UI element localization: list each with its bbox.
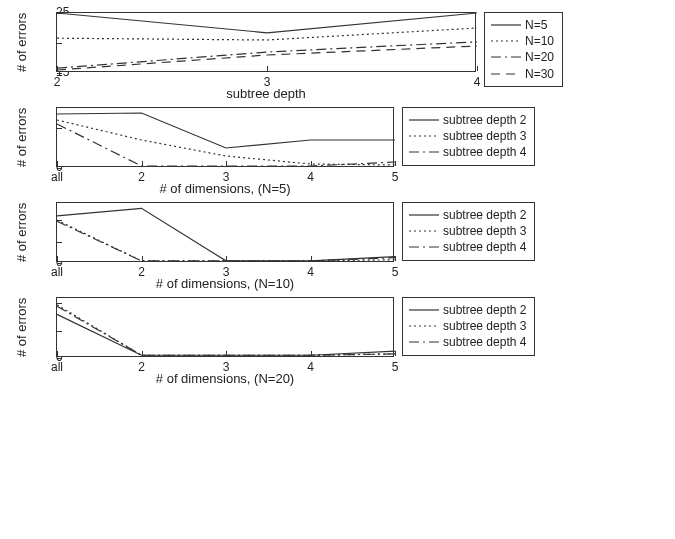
- y-tick-mark: [57, 331, 62, 332]
- legend-swatch: [409, 320, 439, 332]
- y-ticks: 01020: [30, 297, 56, 357]
- legend-swatch: [491, 68, 521, 80]
- legend-item: N=20: [491, 49, 554, 65]
- series-line: [57, 120, 395, 165]
- legend-item: subtree depth 2: [409, 302, 526, 318]
- x-tick-label: 3: [223, 261, 230, 279]
- legend-item: subtree depth 3: [409, 223, 526, 239]
- y-tick-mark: [57, 220, 62, 221]
- y-axis-label: # of errors: [12, 202, 30, 262]
- x-tick-label: 5: [392, 166, 399, 184]
- legend-swatch: [409, 130, 439, 142]
- x-tick-mark: [267, 66, 268, 71]
- legend-item: subtree depth 4: [409, 239, 526, 255]
- series-line: [57, 306, 395, 355]
- legend-swatch: [409, 209, 439, 221]
- legend-item: N=5: [491, 17, 554, 33]
- y-tick-mark: [57, 128, 62, 129]
- legend-label: subtree depth 4: [443, 144, 526, 160]
- legend: N=5N=10N=20N=30: [484, 12, 563, 87]
- legend-item: N=30: [491, 66, 554, 82]
- x-tick-mark: [142, 256, 143, 261]
- legend-swatch: [491, 51, 521, 63]
- x-tick-label: 4: [307, 356, 314, 374]
- series-line: [57, 13, 477, 33]
- series-line: [57, 28, 477, 40]
- x-tick-mark: [57, 351, 58, 356]
- y-ticks: 152025: [30, 12, 56, 72]
- plot-svg: [57, 108, 395, 168]
- plot-svg: [57, 203, 395, 263]
- legend-swatch: [491, 19, 521, 31]
- y-tick-mark: [57, 303, 62, 304]
- x-tick-mark: [226, 351, 227, 356]
- plot-area: all2345: [56, 297, 394, 357]
- legend-label: subtree depth 2: [443, 112, 526, 128]
- x-tick-label: 2: [138, 166, 145, 184]
- plot-area: all2345: [56, 107, 394, 167]
- x-tick-mark: [311, 256, 312, 261]
- legend-swatch: [409, 304, 439, 316]
- series-line: [57, 314, 395, 355]
- x-tick-mark: [142, 351, 143, 356]
- x-tick-label: 5: [392, 261, 399, 279]
- legend: subtree depth 2subtree depth 3subtree de…: [402, 202, 535, 261]
- x-tick-label: 4: [307, 166, 314, 184]
- x-tick-label: 3: [223, 356, 230, 374]
- x-tick-label: 5: [392, 356, 399, 374]
- x-tick-mark: [395, 351, 396, 356]
- plot-area: 234: [56, 12, 476, 72]
- legend-label: subtree depth 3: [443, 318, 526, 334]
- series-line: [57, 124, 395, 166]
- legend-label: subtree depth 2: [443, 207, 526, 223]
- legend-swatch: [409, 225, 439, 237]
- x-tick-mark: [57, 256, 58, 261]
- y-tick-mark: [57, 43, 62, 44]
- series-line: [57, 220, 395, 261]
- chart-panel: # of errors01020all2345# of dimensions, …: [12, 202, 663, 291]
- x-tick-label: 2: [54, 71, 61, 89]
- x-tick-label: all: [51, 166, 63, 184]
- x-tick-label: 4: [307, 261, 314, 279]
- y-tick-mark: [57, 13, 62, 14]
- plot-area: all2345: [56, 202, 394, 262]
- x-tick-label: all: [51, 356, 63, 374]
- legend-item: N=10: [491, 33, 554, 49]
- legend-label: subtree depth 3: [443, 128, 526, 144]
- x-tick-label: 2: [138, 261, 145, 279]
- legend-swatch: [409, 241, 439, 253]
- legend-label: N=5: [525, 17, 547, 33]
- x-tick-mark: [226, 256, 227, 261]
- x-tick-mark: [57, 161, 58, 166]
- y-axis-label: # of errors: [12, 12, 30, 72]
- legend-item: subtree depth 2: [409, 207, 526, 223]
- legend-swatch: [409, 336, 439, 348]
- legend-item: subtree depth 2: [409, 112, 526, 128]
- legend-item: subtree depth 4: [409, 334, 526, 350]
- y-tick-mark: [57, 242, 62, 243]
- series-line: [57, 221, 395, 261]
- x-tick-label: 4: [474, 71, 481, 89]
- legend-swatch: [491, 35, 521, 47]
- plot-svg: [57, 298, 395, 358]
- series-line: [57, 113, 395, 148]
- legend-label: N=30: [525, 66, 554, 82]
- legend-item: subtree depth 4: [409, 144, 526, 160]
- series-line: [57, 305, 395, 355]
- legend-item: subtree depth 3: [409, 128, 526, 144]
- chart-panel: # of errors01020all2345# of dimensions, …: [12, 297, 663, 386]
- legend-label: subtree depth 2: [443, 302, 526, 318]
- series-line: [57, 208, 395, 261]
- y-axis-label: # of errors: [12, 107, 30, 167]
- legend-label: subtree depth 3: [443, 223, 526, 239]
- x-tick-mark: [57, 66, 58, 71]
- x-tick-mark: [311, 161, 312, 166]
- legend-label: N=10: [525, 33, 554, 49]
- x-tick-mark: [395, 161, 396, 166]
- x-tick-mark: [477, 66, 478, 71]
- legend-item: subtree depth 3: [409, 318, 526, 334]
- chart-panel: # of errors020all2345# of dimensions, (N…: [12, 107, 663, 196]
- chart-panel: # of errors152025234subtree depthN=5N=10…: [12, 12, 663, 101]
- x-tick-label: 2: [138, 356, 145, 374]
- x-tick-mark: [142, 161, 143, 166]
